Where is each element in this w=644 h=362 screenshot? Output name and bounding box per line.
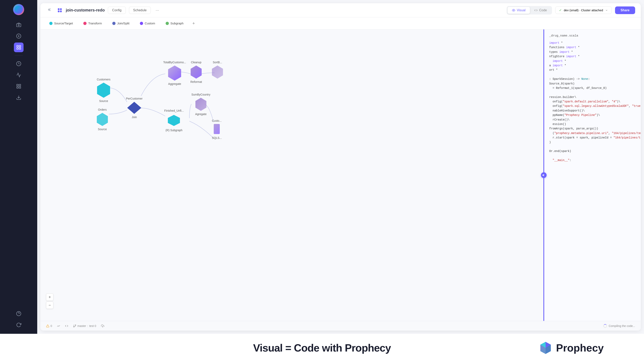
svg-rect-5 bbox=[17, 45, 18, 47]
subgraph-label: Subgraph bbox=[170, 22, 184, 25]
branding-tagline: Visual = Code with Prophecy bbox=[253, 342, 391, 354]
canvas-code-split: Customers Source Orders Source PerCustom… bbox=[40, 30, 641, 321]
node-customers[interactable]: Customers Source bbox=[97, 78, 110, 103]
code-line-9: Source_0(spark) bbox=[549, 81, 636, 86]
code-line-4: nfigStore import * bbox=[549, 54, 636, 59]
sidebar-item-add[interactable] bbox=[14, 31, 24, 41]
tool-subgraph[interactable]: Subgraph bbox=[162, 20, 187, 27]
sidebar-bottom bbox=[14, 309, 24, 330]
sidebar-item-grid[interactable] bbox=[14, 81, 24, 91]
code-line-12: onfig("spark.default.parallelism", "4")\ bbox=[549, 99, 636, 104]
zoom-out-button[interactable]: − bbox=[46, 301, 53, 309]
svg-marker-22 bbox=[127, 102, 141, 114]
divider-handle[interactable] bbox=[541, 172, 546, 178]
svg-rect-19 bbox=[58, 11, 59, 12]
sidebar-item-help[interactable] bbox=[14, 309, 24, 318]
topbar: join-customers-redo Config Schedule ··· … bbox=[40, 3, 641, 17]
panel-divider[interactable] bbox=[544, 30, 544, 321]
svg-rect-13 bbox=[19, 87, 21, 88]
node-sortb[interactable]: SortB... bbox=[212, 61, 223, 79]
orders-sublabel: Source bbox=[98, 128, 107, 131]
code-line-22: Or.end(spark) bbox=[549, 149, 636, 153]
app-root: join-customers-redo Config Schedule ··· … bbox=[0, 0, 644, 362]
node-orders[interactable]: Orders Source bbox=[97, 108, 108, 131]
cluster-check-icon: ✓ bbox=[559, 8, 562, 12]
code-line-15: ppName("Prophecy Pipeline")\ bbox=[549, 113, 636, 117]
svg-point-27 bbox=[75, 325, 76, 325]
node-per-customer[interactable]: PerCustomer Join bbox=[126, 97, 142, 119]
logo-gem-icon bbox=[15, 6, 23, 14]
zoom-in-button[interactable]: + bbox=[46, 293, 53, 301]
sidebar-logo[interactable] bbox=[13, 4, 24, 15]
tool-transform[interactable]: Transform bbox=[80, 20, 105, 27]
cleanup-shape bbox=[190, 66, 202, 79]
sidebar-item-refresh[interactable] bbox=[14, 320, 24, 330]
join-split-dot bbox=[112, 22, 116, 25]
more-options-button[interactable]: ··· bbox=[154, 6, 160, 14]
branch-colon: : bbox=[87, 324, 88, 327]
svg-rect-11 bbox=[19, 84, 21, 86]
node-sqls[interactable]: SQLS... bbox=[212, 136, 222, 139]
branch-label: master bbox=[78, 324, 86, 327]
svg-point-21 bbox=[513, 10, 514, 11]
transform-dot bbox=[83, 22, 86, 25]
sidebar-item-history[interactable] bbox=[14, 59, 24, 69]
code-line-6: a import * bbox=[549, 63, 636, 68]
branding-bar: Visual = Code with Prophecy Prophecy bbox=[0, 334, 644, 362]
add-component-button[interactable]: + bbox=[192, 21, 195, 26]
code-line-11: ression.builder\ bbox=[549, 95, 636, 99]
branch-status: master : test 0 bbox=[73, 324, 96, 327]
tool-custom[interactable]: Custom bbox=[137, 20, 158, 27]
cleanup-sublabel: Reformat bbox=[190, 80, 202, 83]
custo-label: Custo... bbox=[212, 119, 222, 122]
download-status bbox=[101, 324, 104, 327]
per-customer-shape bbox=[127, 102, 141, 114]
compiling-label: Compiling the code... bbox=[608, 324, 635, 327]
sidebar-item-pipeline[interactable] bbox=[14, 43, 24, 52]
svg-rect-8 bbox=[19, 48, 21, 49]
sidebar-item-activity[interactable] bbox=[14, 70, 24, 80]
sum-sublabel: Agregate bbox=[195, 112, 207, 116]
config-button[interactable]: Config bbox=[108, 7, 126, 14]
code-line-1: import * bbox=[549, 41, 636, 45]
svg-marker-23 bbox=[168, 115, 180, 126]
orders-shape bbox=[97, 113, 108, 126]
connections-svg bbox=[40, 30, 544, 321]
code-line-5: import * bbox=[549, 59, 636, 63]
node-sum-by-country[interactable]: SumByCountry Agregate bbox=[192, 93, 210, 116]
tool-join-split[interactable]: Join/Split bbox=[109, 20, 132, 27]
code-line-19: ("prophecy.metadata.pipeline.uri", "164/… bbox=[549, 131, 636, 135]
sidebar-item-download[interactable] bbox=[14, 93, 24, 102]
cluster-label: dev (small) · Cluster attached bbox=[564, 9, 603, 12]
code-line-8: : SparkSession) -> None: bbox=[549, 77, 636, 81]
join-split-label: Join/Split bbox=[117, 22, 130, 25]
cluster-select[interactable]: ✓ dev (small) · Cluster attached bbox=[555, 7, 612, 14]
custo-shape bbox=[214, 124, 220, 134]
node-total-by-customer[interactable]: TotalByCustomo... Aggregate bbox=[163, 61, 186, 85]
customers-shape bbox=[97, 83, 110, 98]
svg-rect-6 bbox=[19, 45, 21, 47]
total-sublabel: Aggregate bbox=[168, 82, 181, 85]
schedule-button[interactable]: Schedule bbox=[129, 7, 151, 14]
code-view-button[interactable]: Code bbox=[530, 7, 551, 14]
code-panel: _drug_name.scala import * functions impo… bbox=[544, 30, 641, 321]
collapse-sidebar-button[interactable] bbox=[46, 6, 54, 15]
sidebar-item-camera[interactable] bbox=[14, 20, 24, 30]
customers-sublabel: Source bbox=[99, 99, 108, 103]
customers-label: Customers bbox=[97, 78, 110, 81]
app-area: join-customers-redo Config Schedule ··· … bbox=[0, 0, 644, 334]
node-custo[interactable]: Custo... bbox=[212, 119, 222, 134]
node-finished[interactable]: Finished_Unfi... (R) Subgraph bbox=[164, 109, 184, 132]
finished-label: Finished_Unfi... bbox=[164, 109, 184, 112]
sqls-label: SQLS... bbox=[212, 136, 222, 139]
custom-dot bbox=[140, 22, 143, 25]
tool-source-target[interactable]: Source/Target bbox=[46, 20, 76, 27]
visual-view-button[interactable]: Visual bbox=[508, 7, 530, 14]
sum-label: SumByCountry bbox=[192, 93, 210, 96]
share-button[interactable]: Share bbox=[615, 7, 635, 14]
pipeline-canvas-area[interactable]: Customers Source Orders Source PerCustom… bbox=[40, 30, 544, 321]
warnings-status: 0 bbox=[46, 324, 52, 327]
node-cleanup[interactable]: Cleanup Reformat bbox=[190, 61, 202, 83]
prophecy-logo-text: Prophecy bbox=[556, 342, 604, 354]
finished-shape bbox=[168, 114, 180, 127]
